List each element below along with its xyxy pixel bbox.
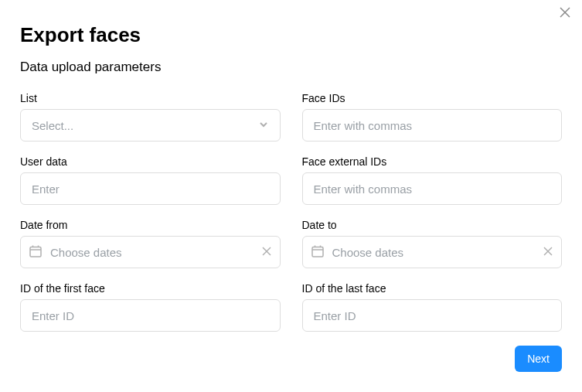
calendar-icon: [29, 244, 43, 261]
modal-title: Export faces: [20, 23, 562, 47]
svg-rect-2: [30, 247, 41, 257]
date-from-placeholder: Choose dates: [50, 246, 261, 259]
face-external-ids-label: Face external IDs: [302, 155, 563, 168]
modal-subtitle: Data upload parameters: [20, 60, 562, 75]
id-first-face-label: ID of the first face: [20, 282, 281, 295]
close-icon: [560, 7, 570, 21]
id-last-face-label: ID of the last face: [302, 282, 563, 295]
form-grid: List Select... Face IDs User data Face e…: [20, 92, 562, 332]
list-label: List: [20, 92, 281, 104]
field-date-from: Date from Choose dates: [20, 219, 281, 268]
field-face-ids: Face IDs: [302, 92, 563, 141]
clear-icon[interactable]: [261, 246, 272, 259]
face-external-ids-input[interactable]: [302, 172, 563, 205]
field-list: List Select...: [20, 92, 281, 141]
date-from-label: Date from: [20, 219, 281, 231]
svg-rect-8: [312, 247, 323, 257]
face-ids-label: Face IDs: [302, 92, 563, 104]
close-button[interactable]: [557, 6, 573, 22]
date-to-label: Date to: [302, 219, 563, 231]
date-to-input[interactable]: Choose dates: [302, 236, 563, 268]
modal-footer: Next: [20, 346, 562, 372]
field-id-first-face: ID of the first face: [20, 282, 281, 332]
field-face-external-ids: Face external IDs: [302, 155, 563, 205]
face-ids-input[interactable]: [302, 109, 563, 141]
field-id-last-face: ID of the last face: [302, 282, 563, 332]
date-to-placeholder: Choose dates: [332, 246, 543, 259]
user-data-label: User data: [20, 155, 281, 168]
date-from-input[interactable]: Choose dates: [20, 236, 281, 268]
id-first-face-input[interactable]: [20, 299, 281, 332]
user-data-input[interactable]: [20, 172, 281, 205]
next-button[interactable]: Next: [515, 346, 562, 372]
chevron-down-icon: [258, 119, 269, 132]
list-placeholder: Select...: [32, 119, 73, 132]
export-faces-modal: Export faces Data upload parameters List…: [0, 0, 582, 387]
id-last-face-input[interactable]: [302, 299, 563, 332]
list-select[interactable]: Select...: [20, 109, 281, 141]
field-user-data: User data: [20, 155, 281, 205]
clear-icon[interactable]: [543, 246, 553, 259]
calendar-icon: [311, 244, 325, 261]
field-date-to: Date to Choose dates: [302, 219, 563, 268]
